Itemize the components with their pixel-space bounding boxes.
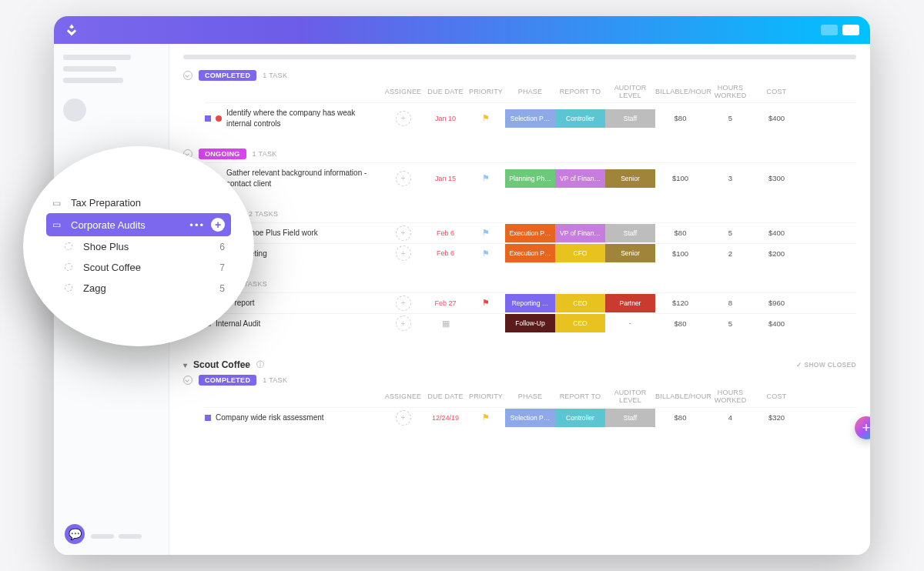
phase-tag[interactable]: Selection P… bbox=[505, 409, 555, 427]
task-row[interactable]: Execute Shoe Plus Field work + Feb 6 ⚑ E… bbox=[205, 222, 856, 243]
phase-tag[interactable]: Planning Ph… bbox=[505, 169, 555, 188]
auditor-level-tag[interactable]: Senior bbox=[605, 244, 655, 262]
cost: $400 bbox=[755, 114, 798, 122]
due-date[interactable]: Jan 15 bbox=[424, 175, 467, 182]
task-row[interactable]: Company wide risk assessment + 12/24/19 … bbox=[205, 407, 856, 428]
priority-flag-icon[interactable]: ⚑ bbox=[467, 298, 505, 308]
phase-tag[interactable]: Execution P… bbox=[505, 224, 555, 242]
report-to-tag[interactable]: VP of Finan… bbox=[555, 169, 605, 188]
chat-button[interactable]: 💬 bbox=[65, 524, 85, 544]
column-headers: NAMEASSIGNEEDUE DATEPRIORITYPHASEREPORT … bbox=[205, 389, 856, 404]
auditor-level-tag[interactable]: Senior bbox=[605, 169, 655, 188]
col-phase: PHASE bbox=[505, 392, 555, 400]
list-name: Scout Coffee bbox=[193, 359, 250, 370]
auditor-level-tag[interactable]: Staff bbox=[605, 224, 655, 242]
col-cost: COST bbox=[755, 88, 798, 95]
priority-flag-icon[interactable]: ⚑ bbox=[467, 173, 505, 183]
report-to-tag[interactable]: CEO bbox=[555, 294, 605, 312]
section-ongoing[interactable]: ONGOING 1 TASK bbox=[183, 149, 856, 159]
task-row[interactable]: Internal Audit + ▦ Follow-Up CEO - $80 5… bbox=[205, 313, 856, 334]
folder-item-corporate-audits[interactable]: ▭ Corporate Audits ••• + bbox=[46, 213, 231, 236]
assignee-add[interactable]: + bbox=[396, 171, 411, 186]
assignee-add[interactable]: + bbox=[396, 111, 411, 126]
assignee-add[interactable]: + bbox=[396, 316, 411, 331]
section-completed[interactable]: COMPLETED 1 TASK bbox=[183, 375, 856, 386]
report-to-tag[interactable]: VP of Finan… bbox=[555, 224, 605, 242]
status-square-icon[interactable] bbox=[205, 415, 211, 421]
task-row[interactable]: Final report + Feb 27 ⚑ Reporting … CEO … bbox=[205, 292, 856, 313]
phase-tag[interactable]: Selection P… bbox=[505, 109, 555, 128]
col-priority: PRIORITY bbox=[467, 88, 505, 95]
task-row[interactable]: Status meeting + Feb 6 ⚑ Execution P… CF… bbox=[205, 243, 856, 264]
priority-flag-icon[interactable]: ⚑ bbox=[467, 249, 505, 259]
task-row[interactable]: Identify where the company has weak inte… bbox=[205, 102, 856, 133]
task-row[interactable]: Gather relevant background information -… bbox=[205, 162, 856, 193]
task-name: Gather relevant background information -… bbox=[226, 168, 379, 189]
col-hoursworked: HOURS WORKED bbox=[705, 84, 755, 99]
show-closed-toggle[interactable]: ✓ SHOW CLOSED bbox=[796, 361, 857, 369]
col-billablehour: BILLABLE/HOUR bbox=[655, 88, 705, 95]
folder-item-zagg[interactable]: Zagg5 bbox=[46, 278, 231, 299]
cost: $960 bbox=[755, 299, 798, 307]
auditor-level-tag[interactable]: Staff bbox=[605, 109, 655, 128]
col-auditorlevel: AUDITOR LEVEL bbox=[605, 389, 655, 404]
col-reportto: REPORT TO bbox=[555, 392, 605, 400]
window-controls bbox=[821, 25, 859, 35]
task-name: Identify where the company has weak inte… bbox=[226, 108, 379, 129]
report-to-tag[interactable]: Controller bbox=[555, 409, 605, 427]
folder-icon: ▭ bbox=[52, 219, 63, 230]
window-maximize[interactable] bbox=[842, 25, 859, 35]
due-date-empty[interactable]: ▦ bbox=[424, 319, 467, 329]
report-to-tag[interactable]: Controller bbox=[555, 109, 605, 128]
list-header-scout-coffee[interactable]: ▾ Scout Coffee ⓘ ✓ SHOW CLOSED bbox=[183, 359, 856, 370]
section-up-next[interactable]: UP NEXT 2 TASKS bbox=[183, 209, 856, 219]
folder-popover: ▭ Tax Preparation▭ Corporate Audits ••• … bbox=[23, 146, 254, 346]
window-minimize[interactable] bbox=[821, 25, 838, 35]
billable-hour: $80 bbox=[655, 229, 705, 237]
priority-flag-icon[interactable]: ⚑ bbox=[467, 412, 505, 422]
due-date[interactable]: 12/24/19 bbox=[424, 414, 467, 422]
col-reportto: REPORT TO bbox=[555, 88, 605, 95]
due-date[interactable]: Feb 27 bbox=[424, 299, 467, 307]
report-to-tag[interactable]: CFO bbox=[555, 244, 605, 262]
priority-flag-icon[interactable]: ⚑ bbox=[467, 228, 505, 238]
col-hoursworked: HOURS WORKED bbox=[705, 389, 755, 404]
assignee-add[interactable]: + bbox=[396, 296, 411, 311]
titlebar bbox=[54, 16, 870, 44]
chevron-down-icon[interactable]: ▾ bbox=[183, 361, 187, 369]
section-open[interactable]: OPEN 2 TASKS bbox=[183, 279, 856, 289]
assignee-add[interactable]: + bbox=[396, 225, 411, 241]
task-name: Company wide risk assessment bbox=[216, 412, 324, 423]
billable-hour: $100 bbox=[655, 249, 705, 258]
phase-tag[interactable]: Follow-Up bbox=[505, 314, 555, 332]
folder-label: Shoe Plus bbox=[83, 241, 129, 252]
report-to-tag[interactable]: CEO bbox=[555, 314, 605, 332]
status-square-icon[interactable] bbox=[205, 115, 211, 122]
add-list-button[interactable]: + bbox=[211, 218, 225, 232]
due-date[interactable]: Feb 6 bbox=[424, 229, 467, 237]
auditor-level-tag[interactable]: Partner bbox=[605, 294, 655, 312]
collapse-icon[interactable] bbox=[183, 71, 192, 80]
priority-flag-icon[interactable]: ⚑ bbox=[467, 113, 505, 123]
collapse-icon[interactable] bbox=[183, 376, 192, 385]
folder-item-tax-preparation[interactable]: ▭ Tax Preparation bbox=[46, 192, 231, 213]
assignee-add[interactable]: + bbox=[396, 410, 411, 426]
folder-item-scout-coffee[interactable]: Scout Coffee7 bbox=[46, 257, 231, 278]
phase-tag[interactable]: Reporting … bbox=[505, 294, 555, 312]
hours-worked: 5 bbox=[705, 114, 755, 122]
phase-tag[interactable]: Execution P… bbox=[505, 244, 555, 262]
due-date[interactable]: Feb 6 bbox=[424, 249, 467, 257]
due-date[interactable]: Jan 10 bbox=[424, 115, 467, 122]
auditor-level-tag[interactable]: Staff bbox=[605, 409, 655, 427]
assignee-add[interactable]: + bbox=[396, 245, 411, 261]
more-icon[interactable]: ••• bbox=[189, 219, 205, 231]
task-count: 1 TASK bbox=[253, 150, 277, 158]
folder-item-shoe-plus[interactable]: Shoe Plus6 bbox=[46, 236, 231, 257]
section-completed[interactable]: COMPLETED 1 TASK bbox=[183, 70, 856, 81]
hours-worked: 2 bbox=[705, 249, 755, 258]
auditor-level-tag[interactable]: - bbox=[605, 314, 655, 332]
folder-actions: ••• + bbox=[189, 218, 225, 232]
hours-worked: 8 bbox=[705, 299, 755, 307]
billable-hour: $80 bbox=[655, 114, 705, 122]
list-info-icon[interactable]: ⓘ bbox=[256, 359, 264, 370]
